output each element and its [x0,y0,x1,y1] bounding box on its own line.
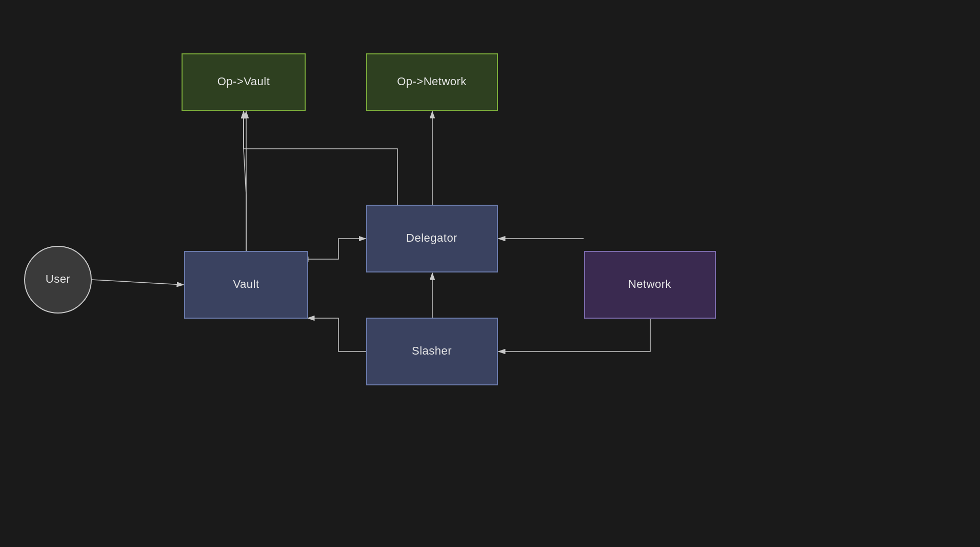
label-op-network: Op->Network [397,75,467,88]
label-network: Network [628,278,672,290]
label-delegator: Delegator [406,231,457,244]
edge-delegator-to-op-vault [244,111,397,205]
edge-slasher-to-vault [308,318,367,351]
edge-vault-to-delegator [308,239,366,259]
diagram-container: User Vault Op->Vault Op->Network Delegat… [0,0,980,547]
label-vault: Vault [233,278,259,290]
architecture-diagram: User Vault Op->Vault Op->Network Delegat… [0,0,980,547]
edge-user-to-vault [91,280,184,285]
edge-network-to-slasher [498,319,650,351]
label-slasher: Slasher [412,344,452,357]
label-op-vault: Op->Vault [217,75,270,88]
label-user: User [46,272,70,285]
